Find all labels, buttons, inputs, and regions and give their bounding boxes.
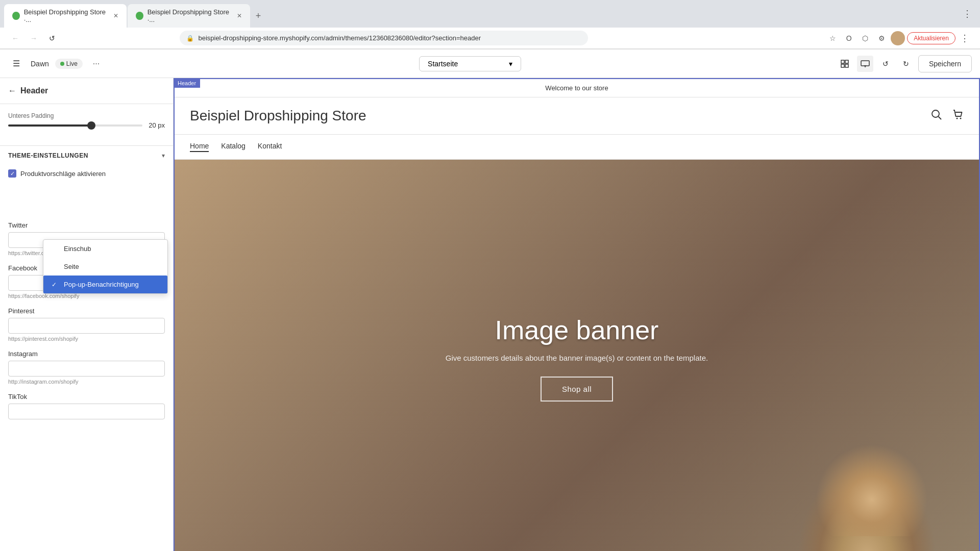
svg-rect-0 xyxy=(841,60,844,63)
header-section: Header Welcome to our store Beispiel Dro… xyxy=(175,79,979,160)
chrome-menu-icon[interactable]: ⋮ xyxy=(963,8,972,19)
reload-button[interactable]: ↺ xyxy=(45,31,59,45)
image-banner: Image banner Give customers details abou… xyxy=(175,160,979,551)
svg-rect-4 xyxy=(861,61,869,66)
live-badge: Live xyxy=(55,59,83,69)
nav-home[interactable]: Home xyxy=(190,142,209,152)
url-bar[interactable]: 🔒 beispiel-dropshipping-store.myshopify.… xyxy=(180,31,588,45)
instagram-hint: http://instagram.com/shopify xyxy=(8,379,165,385)
dropdown-option-einschub[interactable]: Einschub xyxy=(43,240,167,258)
tab-favicon-1 xyxy=(12,12,20,20)
pinterest-label: Pinterest xyxy=(8,307,165,315)
tab-label-1: Beispiel Dropshipping Store ·... xyxy=(24,8,107,23)
new-tab-button[interactable]: + xyxy=(251,9,265,23)
toolbar-left: ☰ Dawn Live ··· xyxy=(8,56,104,72)
slider-fill xyxy=(8,124,91,127)
instagram-field-group: Instagram http://instagram.com/shopify xyxy=(0,346,173,389)
nav-menu: Home Katalog Kontakt xyxy=(175,135,979,160)
theme-settings-header[interactable]: THEME-EINSTELLUNGEN ▾ xyxy=(0,145,173,165)
pinterest-field-group: Pinterest https://pinterest.com/shopify xyxy=(0,303,173,346)
dropdown-seite-label: Seite xyxy=(64,263,79,270)
tab-close-1[interactable]: ✕ xyxy=(113,12,118,19)
page-selector[interactable]: Startseite ▾ xyxy=(419,56,521,71)
instagram-input[interactable] xyxy=(8,361,165,377)
slider-thumb[interactable] xyxy=(87,121,95,130)
panel-back-button[interactable]: ← xyxy=(8,86,16,95)
padding-value: 20 px xyxy=(149,121,165,129)
announcement-bar: Welcome to our store xyxy=(175,79,979,97)
tab-label-2: Beispiel Dropshipping Store ·... xyxy=(148,8,231,23)
dropdown-option-seite[interactable]: Seite xyxy=(43,258,167,276)
theme-more-button[interactable]: ··· xyxy=(89,57,104,70)
opera-icon[interactable]: O xyxy=(842,31,856,45)
header-icons xyxy=(931,109,964,123)
editor-wrapper: ☰ Dawn Live ··· Startseite ▾ ↺ ↻ Speiche… xyxy=(0,49,980,551)
tab-close-2[interactable]: ✕ xyxy=(237,12,242,19)
theme-settings-label: THEME-EINSTELLUNGEN xyxy=(8,152,88,159)
extensions-icon[interactable]: ⬡ xyxy=(858,31,872,45)
browser-chrome: Beispiel Dropshipping Store ·... ✕ Beisp… xyxy=(0,0,980,49)
tiktok-input[interactable] xyxy=(8,404,165,419)
store-name: Beispiel Dropshipping Store xyxy=(190,108,366,124)
instagram-label: Instagram xyxy=(8,350,165,358)
padding-slider-track[interactable] xyxy=(8,124,142,127)
desktop-view-button[interactable] xyxy=(857,56,873,72)
browser-right: ⋮ xyxy=(959,8,976,23)
header-section-tag: Header xyxy=(174,79,200,88)
aktualisieren-button[interactable]: Aktualisieren xyxy=(907,32,955,44)
settings-icon[interactable]: ⚙ xyxy=(874,31,889,45)
banner-content: Image banner Give customers details abou… xyxy=(446,315,708,402)
popup-check-icon: ✓ xyxy=(52,281,60,288)
chrome-dots-button[interactable]: ⋮ xyxy=(958,31,972,45)
padding-control: 20 px xyxy=(8,121,165,129)
search-icon[interactable] xyxy=(931,109,942,123)
back-button[interactable]: ← xyxy=(8,31,22,45)
svg-rect-3 xyxy=(845,64,848,67)
lock-icon: 🔒 xyxy=(186,35,194,42)
panel-content: Unteres Padding 20 px xyxy=(0,104,173,145)
checkbox-check-icon: ✓ xyxy=(10,170,15,177)
twitter-label: Twitter xyxy=(8,221,165,229)
produktvorschlage-checkbox[interactable]: ✓ xyxy=(8,169,16,178)
live-dot xyxy=(60,62,64,66)
redo-button[interactable]: ↻ xyxy=(898,56,914,72)
panel-header: ← Header xyxy=(0,78,173,104)
shop-all-button[interactable]: Shop all xyxy=(541,377,613,402)
notification-dropdown[interactable]: Einschub Seite ✓ Pop-up-Benachrichtigung xyxy=(43,239,168,294)
announcement-text: Welcome to our store xyxy=(545,84,608,92)
store-header: Beispiel Dropshipping Store xyxy=(175,97,979,135)
tab-favicon-2 xyxy=(136,12,143,20)
banner-subtitle: Give customers details about the banner … xyxy=(446,354,708,362)
pinterest-hint: https://pinterest.com/shopify xyxy=(8,336,165,342)
grid-view-button[interactable] xyxy=(837,56,853,72)
nav-katalog[interactable]: Katalog xyxy=(221,142,245,152)
address-bar: ← → ↺ 🔒 beispiel-dropshipping-store.mysh… xyxy=(0,28,980,49)
browser-actions: ☆ O ⬡ ⚙ Aktualisieren ⋮ xyxy=(825,31,972,45)
toolbar-right: ↺ ↻ Speichern xyxy=(837,55,972,72)
editor-toolbar: ☰ Dawn Live ··· Startseite ▾ ↺ ↻ Speiche… xyxy=(0,49,980,78)
tab-bar: Beispiel Dropshipping Store ·... ✕ Beisp… xyxy=(0,0,980,28)
profile-icon[interactable] xyxy=(891,31,905,45)
undo-button[interactable]: ↺ xyxy=(877,56,894,72)
editor-back-button[interactable]: ☰ xyxy=(8,56,24,72)
padding-label: Unteres Padding xyxy=(8,112,165,119)
dropdown-option-popup[interactable]: ✓ Pop-up-Benachrichtigung xyxy=(43,276,167,293)
dropdown-popup-label: Pop-up-Benachrichtigung xyxy=(64,281,139,288)
nav-kontakt[interactable]: Kontakt xyxy=(258,142,282,152)
banner-title: Image banner xyxy=(446,315,708,345)
bookmark-icon[interactable]: ☆ xyxy=(825,31,840,45)
cart-icon[interactable] xyxy=(952,109,964,123)
checkbox-label: Produktvorschläge aktivieren xyxy=(20,170,106,178)
svg-rect-2 xyxy=(841,64,844,67)
toolbar-center: Startseite ▾ xyxy=(110,56,830,71)
preview-frame: Header Welcome to our store Beispiel Dro… xyxy=(174,78,980,551)
tab-1[interactable]: Beispiel Dropshipping Store ·... ✕ xyxy=(4,4,127,28)
tab-2[interactable]: Beispiel Dropshipping Store ·... ✕ xyxy=(128,4,250,28)
pinterest-input[interactable] xyxy=(8,318,165,334)
checkbox-row: ✓ Produktvorschläge aktivieren xyxy=(0,165,173,182)
editor-main: ← Header Unteres Padding 20 px THEME-EIN… xyxy=(0,78,980,551)
save-button[interactable]: Speichern xyxy=(918,55,972,72)
theme-name: Dawn xyxy=(31,60,49,68)
svg-line-8 xyxy=(939,116,942,119)
forward-button[interactable]: → xyxy=(27,31,41,45)
